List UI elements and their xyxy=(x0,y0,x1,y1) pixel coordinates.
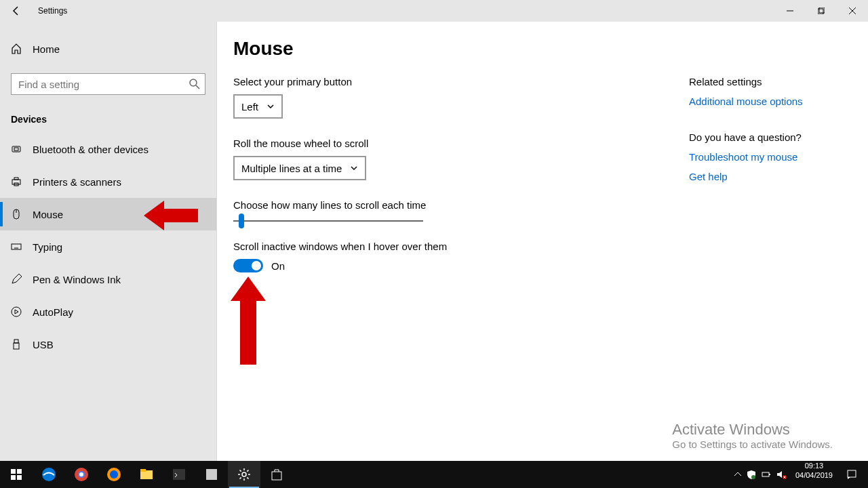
svg-rect-33 xyxy=(272,472,281,480)
maximize-button[interactable] xyxy=(806,0,837,22)
svg-rect-38 xyxy=(848,470,856,477)
sidebar: Home Devices Bluetooth & other devices P… xyxy=(0,22,217,461)
search-input[interactable] xyxy=(11,73,205,95)
svg-rect-6 xyxy=(14,178,18,180)
tray-clock[interactable]: 09:13 04/04/2019 xyxy=(790,461,838,488)
svg-rect-10 xyxy=(12,244,21,249)
nav-label: Mouse xyxy=(33,209,63,220)
lines-slider[interactable] xyxy=(233,220,423,222)
taskbar-firefox[interactable] xyxy=(98,461,130,488)
tray-power-icon[interactable] xyxy=(759,461,774,488)
annotation-arrow-up xyxy=(231,277,266,365)
sidebar-item-usb[interactable]: USB xyxy=(0,328,216,361)
tray-volume-icon[interactable] xyxy=(774,461,790,488)
dropdown-value: Left xyxy=(241,101,258,113)
start-button[interactable] xyxy=(0,461,33,488)
taskbar-settings[interactable] xyxy=(228,461,260,488)
sidebar-item-autoplay[interactable]: AutoPlay xyxy=(0,296,216,328)
aside-column: Related settings Additional mouse option… xyxy=(689,76,803,289)
tray-date-text: 04/04/2019 xyxy=(795,470,833,480)
svg-point-34 xyxy=(751,475,755,479)
troubleshoot-link[interactable]: Troubleshoot my mouse xyxy=(689,151,803,163)
svg-point-27 xyxy=(110,470,118,479)
nav-label: Typing xyxy=(33,241,62,253)
dropdown-value: Multiple lines at a time xyxy=(241,163,342,174)
close-button[interactable] xyxy=(837,0,868,22)
svg-rect-17 xyxy=(14,343,19,349)
svg-rect-1 xyxy=(819,7,825,13)
activation-watermark: Activate Windows Go to Settings to activ… xyxy=(672,421,833,450)
svg-point-2 xyxy=(190,79,197,86)
titlebar: Settings xyxy=(0,0,868,22)
taskbar-edge[interactable] xyxy=(33,461,65,488)
tray-security-icon[interactable] xyxy=(744,461,759,488)
nav-label: Printers & scanners xyxy=(33,176,121,188)
related-header: Related settings xyxy=(689,76,803,87)
svg-point-15 xyxy=(12,307,21,317)
scroll-wheel-label: Roll the mouse wheel to scroll xyxy=(233,138,667,149)
taskbar-chrome[interactable] xyxy=(65,461,98,488)
autoplay-icon xyxy=(11,306,22,317)
taskbar-explorer[interactable] xyxy=(130,461,163,488)
keyboard-icon xyxy=(11,241,22,252)
back-button[interactable] xyxy=(0,0,33,22)
get-help-link[interactable]: Get help xyxy=(689,171,803,182)
primary-button-label: Select your primary button xyxy=(233,76,667,87)
home-button[interactable]: Home xyxy=(0,33,216,65)
svg-point-32 xyxy=(242,472,246,476)
svg-point-25 xyxy=(79,472,83,476)
svg-rect-31 xyxy=(206,469,217,480)
printer-icon xyxy=(11,176,22,187)
svg-rect-21 xyxy=(17,475,22,480)
main-content: Mouse Select your primary button Left Ro… xyxy=(217,22,868,461)
svg-rect-0 xyxy=(818,9,823,14)
home-label: Home xyxy=(33,43,60,55)
sidebar-item-pen[interactable]: Pen & Windows Ink xyxy=(0,263,216,296)
tray-notifications[interactable] xyxy=(838,461,865,488)
taskbar: 09:13 04/04/2019 xyxy=(0,461,868,488)
watermark-sub: Go to Settings to activate Windows. xyxy=(672,439,833,450)
nav-label: USB xyxy=(33,339,54,350)
toggle-knob xyxy=(252,261,261,270)
lines-label: Choose how many lines to scroll each tim… xyxy=(233,199,667,211)
sidebar-item-printers[interactable]: Printers & scanners xyxy=(0,165,216,198)
scroll-wheel-dropdown[interactable]: Multiple lines at a time xyxy=(233,156,366,180)
page-title: Mouse xyxy=(233,38,852,60)
svg-rect-19 xyxy=(17,469,22,474)
window-title: Settings xyxy=(38,6,67,16)
inactive-toggle[interactable] xyxy=(233,259,263,272)
taskbar-app[interactable] xyxy=(195,461,228,488)
tray-time-text: 09:13 xyxy=(805,461,824,470)
settings-column: Select your primary button Left Roll the… xyxy=(233,76,667,289)
nav-label: Pen & Windows Ink xyxy=(33,274,121,285)
svg-rect-29 xyxy=(140,469,146,472)
question-header: Do you have a question? xyxy=(689,131,803,143)
chevron-down-icon xyxy=(350,164,358,172)
svg-rect-3 xyxy=(12,146,20,152)
annotation-arrow-left xyxy=(144,201,198,230)
watermark-title: Activate Windows xyxy=(672,421,833,439)
sidebar-item-typing[interactable]: Typing xyxy=(0,230,216,263)
primary-button-dropdown[interactable]: Left xyxy=(233,94,283,119)
svg-rect-20 xyxy=(11,475,16,480)
system-tray: 09:13 04/04/2019 xyxy=(732,461,868,488)
nav-label: Bluetooth & other devices xyxy=(33,144,149,155)
taskbar-terminal[interactable] xyxy=(163,461,195,488)
home-icon xyxy=(11,43,22,54)
svg-rect-35 xyxy=(762,472,769,476)
svg-rect-5 xyxy=(12,180,20,184)
chevron-down-icon xyxy=(267,102,275,110)
svg-rect-30 xyxy=(173,469,185,480)
svg-rect-16 xyxy=(14,340,18,343)
slider-thumb[interactable] xyxy=(239,214,244,228)
window-controls xyxy=(774,0,868,22)
mouse-icon xyxy=(11,209,22,220)
nav-label: AutoPlay xyxy=(33,306,73,318)
svg-rect-36 xyxy=(769,474,770,475)
search-box xyxy=(11,73,205,95)
additional-mouse-options-link[interactable]: Additional mouse options xyxy=(689,96,803,107)
minimize-button[interactable] xyxy=(774,0,806,22)
tray-up-icon[interactable] xyxy=(732,461,744,488)
taskbar-store[interactable] xyxy=(260,461,293,488)
sidebar-item-bluetooth[interactable]: Bluetooth & other devices xyxy=(0,133,216,165)
